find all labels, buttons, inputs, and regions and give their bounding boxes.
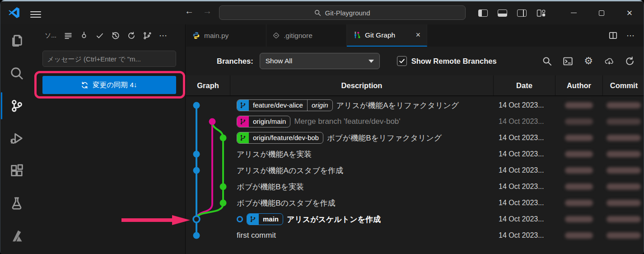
commit-hash bbox=[602, 216, 644, 222]
customize-layout-icon[interactable] bbox=[537, 9, 546, 17]
minimize-button[interactable] bbox=[560, 1, 588, 24]
activity-testing[interactable] bbox=[0, 187, 33, 220]
commit-description-cell: アリスが機能Aのスタブを作成 bbox=[230, 165, 493, 176]
redacted-author bbox=[565, 216, 593, 222]
commit-message: first commit bbox=[237, 231, 276, 240]
titlebar: ← → Git-Playground × bbox=[0, 1, 644, 24]
redacted-author bbox=[565, 135, 593, 141]
refresh-icon[interactable] bbox=[127, 32, 135, 40]
commit-date: 14 Oct 2023... bbox=[493, 134, 555, 142]
git-graph-view-icon[interactable] bbox=[143, 32, 151, 40]
history-icon[interactable] bbox=[112, 32, 120, 40]
redacted-hash bbox=[607, 135, 641, 141]
toggle-sidebar-icon[interactable] bbox=[478, 9, 488, 17]
commit-description-cell: feature/dev-aliceoriginアリスが機能Aをリファクタリング bbox=[230, 99, 493, 111]
git-branch-icon bbox=[237, 100, 249, 111]
python-icon bbox=[192, 32, 200, 39]
branch-label[interactable]: main bbox=[247, 213, 283, 225]
settings-gear-icon[interactable]: ⚙ bbox=[584, 56, 593, 66]
activity-run-debug[interactable] bbox=[0, 122, 33, 155]
commit-node bbox=[193, 102, 200, 109]
commit-hash bbox=[602, 167, 644, 174]
more-actions-icon[interactable]: ⋯ bbox=[159, 31, 168, 41]
scm-toolbar: ソ... ⋯ bbox=[33, 24, 185, 47]
toggle-panel-icon[interactable] bbox=[498, 9, 507, 17]
azure-icon bbox=[10, 229, 23, 243]
commit-row[interactable]: origin/feature/dev-bobボブが機能Bをリファクタリング14 … bbox=[186, 130, 644, 146]
activity-source-control[interactable] bbox=[0, 89, 33, 122]
check-icon bbox=[399, 58, 405, 64]
branch-label-text: origin/feature/dev-bob bbox=[249, 132, 323, 143]
find-commit-icon[interactable] bbox=[542, 56, 552, 66]
commit-hash bbox=[602, 200, 644, 206]
terminal-icon[interactable] bbox=[563, 56, 573, 66]
commit-date: 14 Oct 2023... bbox=[493, 101, 555, 109]
commit-message: ボブが機能Bのスタブを作成 bbox=[237, 198, 336, 208]
tab-gitignore[interactable]: .gitignore bbox=[266, 24, 347, 47]
sync-icon bbox=[81, 81, 89, 89]
branch-label[interactable]: origin/feature/dev-bob bbox=[237, 132, 323, 144]
commit-message-input[interactable] bbox=[42, 51, 176, 67]
view-as-list-icon[interactable] bbox=[64, 32, 72, 40]
commit-row[interactable]: アリスが機能Aのスタブを作成14 Oct 2023... bbox=[186, 162, 644, 179]
more-actions-icon[interactable]: ⋯ bbox=[626, 31, 635, 41]
branches-dropdown[interactable]: Show All bbox=[260, 53, 380, 69]
commit-node bbox=[220, 183, 227, 190]
commit-description-cell: ボブが機能Bのスタブを作成 bbox=[230, 198, 493, 208]
sync-changes-button[interactable]: 変更の同期 4↓ bbox=[42, 76, 176, 94]
commit-row[interactable]: アリスが機能Aを実装14 Oct 2023... bbox=[186, 146, 644, 162]
forward-icon[interactable]: → bbox=[200, 6, 215, 16]
activity-extensions[interactable] bbox=[0, 155, 33, 187]
redacted-author bbox=[565, 118, 593, 125]
fetch-cloud-download-icon[interactable] bbox=[604, 56, 614, 66]
tab-close-icon[interactable]: × bbox=[415, 30, 420, 40]
toggle-secondary-sidebar-icon[interactable] bbox=[517, 9, 527, 17]
commit-row[interactable]: origin/mainMerge branch 'feature/dev-bob… bbox=[186, 113, 644, 130]
redacted-author bbox=[565, 200, 593, 206]
redacted-author bbox=[565, 102, 593, 108]
commit-date: 14 Oct 2023... bbox=[493, 183, 555, 191]
redacted-author bbox=[565, 183, 593, 190]
git-branch-icon bbox=[237, 132, 249, 143]
commit-row[interactable]: feature/dev-aliceoriginアリスが機能Aをリファクタリング1… bbox=[186, 97, 644, 113]
beaker-icon bbox=[10, 197, 23, 210]
commit-date: 14 Oct 2023... bbox=[493, 150, 555, 158]
show-remote-label: Show Remote Branches bbox=[411, 57, 497, 66]
close-button[interactable]: × bbox=[616, 1, 644, 24]
refresh-icon[interactable] bbox=[625, 56, 635, 66]
activity-azure[interactable] bbox=[0, 220, 33, 252]
column-commit: Commit bbox=[602, 75, 644, 95]
editor-group: main.py .gitignore Git Graph × bbox=[186, 24, 644, 254]
tab-label: Git Graph bbox=[365, 31, 395, 39]
command-center-search[interactable]: Git-Playground bbox=[219, 5, 466, 20]
commit-author bbox=[555, 216, 602, 222]
window-controls: × bbox=[560, 1, 644, 24]
maximize-button[interactable] bbox=[588, 1, 616, 24]
branch-label-text: main bbox=[259, 214, 283, 225]
activity-explorer[interactable] bbox=[0, 24, 33, 57]
branch-label[interactable]: feature/dev-aliceorigin bbox=[237, 99, 333, 111]
activity-search[interactable] bbox=[0, 57, 33, 89]
commit-author bbox=[555, 183, 602, 190]
tab-git-graph[interactable]: Git Graph × bbox=[347, 24, 427, 47]
commit-hash bbox=[602, 118, 644, 125]
commit-check-icon[interactable] bbox=[96, 32, 104, 40]
column-author: Author bbox=[555, 75, 602, 95]
commit-message: Merge branch 'feature/dev-bob' bbox=[294, 117, 400, 126]
tab-main-py[interactable]: main.py bbox=[186, 24, 266, 47]
commit-hash bbox=[602, 102, 644, 108]
gitignore-icon bbox=[273, 32, 280, 39]
tab-label: .gitignore bbox=[284, 32, 313, 40]
commit-graph-icon[interactable] bbox=[80, 32, 88, 40]
commit-row[interactable]: first commit14 Oct 2023... bbox=[186, 227, 644, 244]
menu-icon[interactable] bbox=[30, 9, 41, 18]
show-remote-checkbox[interactable] bbox=[397, 56, 407, 66]
branch-label[interactable]: origin/main bbox=[237, 116, 290, 127]
split-editor-icon[interactable] bbox=[609, 31, 617, 40]
redacted-hash bbox=[607, 151, 641, 157]
back-icon[interactable]: ← bbox=[182, 6, 196, 16]
commit-row[interactable]: mainアリスがスケルトンを作成14 Oct 2023... bbox=[186, 211, 644, 227]
commit-row[interactable]: ボブが機能Bを実装14 Oct 2023... bbox=[186, 179, 644, 195]
commit-row[interactable]: ボブが機能Bのスタブを作成14 Oct 2023... bbox=[186, 195, 644, 211]
commit-date: 14 Oct 2023... bbox=[493, 166, 555, 174]
